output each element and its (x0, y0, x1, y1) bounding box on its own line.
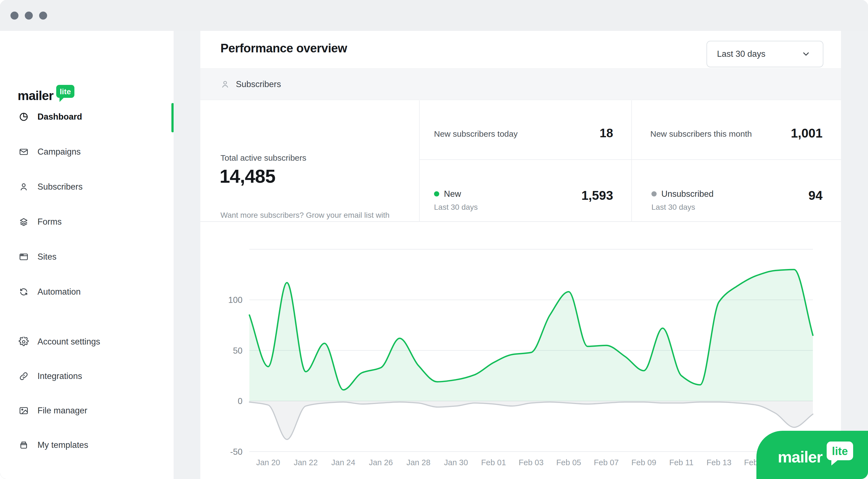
window-titlebar (0, 0, 868, 31)
mailerlite-watermark-badge: mailer lite (756, 431, 868, 479)
sidebar-item-label: File manager (37, 406, 87, 416)
green-dot-icon (434, 191, 439, 197)
x-axis-tick-label: Feb 13 (707, 458, 731, 467)
new-area-fill (249, 270, 813, 401)
sidebar-item-sites[interactable]: Sites (19, 248, 57, 266)
y-axis-tick-label: 0 (238, 396, 243, 406)
sidebar-item-campaigns[interactable]: Campaigns (19, 143, 81, 161)
badge-lite-bubble-icon: lite (827, 441, 854, 466)
layout-gutter (841, 31, 868, 479)
stat-label: New (444, 189, 461, 199)
y-axis-tick-label: 100 (228, 295, 243, 305)
stat-value-new-30d: 1,593 (525, 188, 613, 203)
integrations-icon (19, 371, 29, 381)
x-axis-tick-label: Jan 30 (444, 458, 468, 467)
subscribers-area-chart[interactable]: 100500-50Jan 20Jan 22Jan 24Jan 26Jan 28J… (200, 222, 841, 475)
stat-label: Total active subscribers (220, 153, 306, 162)
sidebar-item-label: Sites (37, 252, 57, 262)
unsubscribed-area-fill (249, 401, 813, 440)
stat-sublabel: Last 30 days (651, 203, 695, 212)
svg-text:lite: lite (832, 445, 848, 457)
sidebar-item-label: Campaigns (37, 147, 81, 157)
sidebar-item-forms[interactable]: Forms (19, 213, 62, 231)
dashboard-icon (19, 112, 29, 122)
stat-value-unsubscribed-30d: 94 (734, 188, 823, 203)
y-axis-tick-label: -50 (230, 447, 243, 457)
forms-icon (19, 217, 29, 227)
svg-text:lite: lite (60, 87, 70, 96)
stat-value-total: 14,485 (220, 166, 275, 187)
logo-lite-bubble-icon: lite (56, 85, 75, 102)
sidebar: mailer lite DashboardCampaignsSubscriber… (0, 31, 174, 479)
x-axis-tick-label: Feb 03 (519, 458, 544, 467)
main-content: Performance overview Last 30 days Subscr… (200, 31, 841, 479)
unsubscribed-line (249, 402, 813, 440)
stat-label: New subscribers today (434, 129, 518, 139)
divider (419, 159, 841, 160)
templates-icon (19, 440, 29, 450)
x-axis-tick-label: Feb 05 (556, 458, 581, 467)
campaigns-icon (19, 147, 29, 157)
divider (419, 100, 420, 222)
layout-gutter (174, 31, 200, 479)
page-title: Performance overview (220, 41, 347, 55)
window-control-dot[interactable] (25, 11, 33, 20)
x-axis-tick-label: Jan 28 (406, 458, 430, 467)
automation-icon (19, 287, 29, 297)
window-control-dot[interactable] (10, 11, 19, 20)
x-axis-tick-label: Jan 24 (331, 458, 355, 467)
window-control-dot[interactable] (39, 11, 47, 20)
divider (631, 100, 632, 222)
sidebar-item-label: Integrations (37, 371, 82, 381)
stats-grid: Total active subscribers 14,485 Want mor… (200, 100, 841, 222)
x-axis-tick-label: Jan 26 (369, 458, 393, 467)
subscribers-chart-card: 100500-50Jan 20Jan 22Jan 24Jan 26Jan 28J… (200, 222, 841, 475)
sidebar-item-dashboard[interactable]: Dashboard (19, 108, 82, 126)
logo-wordmark: mailer (18, 85, 54, 103)
file-manager-icon (19, 406, 29, 416)
mailerlite-logo: mailer lite (18, 85, 75, 103)
sidebar-item-label: Subscribers (37, 182, 83, 192)
stat-sublabel: Last 30 days (434, 203, 478, 212)
sidebar-item-file-manager[interactable]: File manager (19, 402, 87, 419)
x-axis-tick-label: Jan 22 (294, 458, 318, 467)
chevron-down-icon (801, 49, 811, 59)
gray-dot-icon (651, 191, 657, 197)
section-label: Subscribers (236, 79, 281, 89)
sidebar-item-label: My templates (37, 440, 88, 450)
sidebar-item-automation[interactable]: Automation (19, 283, 81, 301)
sidebar-item-integrations[interactable]: Integrations (19, 367, 82, 385)
x-axis-tick-label: Feb 11 (669, 458, 693, 467)
x-axis-tick-label: Feb 07 (594, 458, 619, 467)
sidebar-item-label: Account settings (37, 337, 100, 347)
sidebar-item-label: Automation (37, 287, 81, 297)
subscribers-icon (220, 80, 230, 89)
sidebar-item-my-templates[interactable]: My templates (19, 436, 88, 454)
badge-wordmark: mailer (778, 444, 823, 466)
stat-value-month: 1,001 (734, 126, 823, 141)
subscribers-icon (19, 182, 29, 192)
sidebar-item-label: Forms (37, 217, 62, 227)
sidebar-item-label: Dashboard (37, 112, 82, 122)
x-axis-tick-label: Jan 20 (256, 458, 280, 467)
sites-icon (19, 252, 29, 262)
settings-icon (19, 337, 29, 347)
section-header: Subscribers (200, 68, 841, 100)
x-axis-tick-label: Feb 01 (481, 458, 506, 467)
date-range-dropdown[interactable]: Last 30 days (707, 41, 824, 67)
stat-label: Unsubscribed (661, 189, 714, 199)
hint-text: Want more subscribers? Grow your email l… (220, 211, 390, 219)
app-window: mailer lite DashboardCampaignsSubscriber… (0, 0, 868, 479)
date-range-value: Last 30 days (717, 49, 766, 59)
sidebar-item-subscribers[interactable]: Subscribers (19, 178, 83, 196)
stat-value-today: 18 (525, 126, 613, 140)
x-axis-tick-label: Feb 09 (631, 458, 656, 467)
y-axis-tick-label: 50 (233, 346, 243, 356)
sidebar-item-account-settings[interactable]: Account settings (19, 333, 100, 351)
